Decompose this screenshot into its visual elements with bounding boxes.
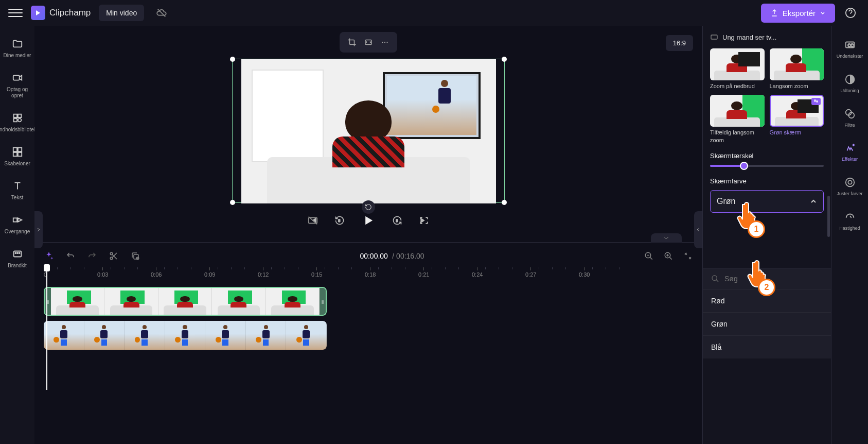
threshold-slider-thumb[interactable] [740,162,748,170]
svg-point-41 [845,178,854,187]
filters-icon [843,107,857,121]
track-clip-greenscreen[interactable]: || || [44,287,327,316]
video-frame [241,59,496,203]
play-button[interactable] [360,212,377,229]
zoom-out-button[interactable] [643,250,655,262]
svg-point-14 [17,252,18,253]
fit-button[interactable] [362,36,375,48]
clip-trim-handle-right[interactable]: || [320,288,326,315]
sidebar-item-transitions[interactable]: Overgange [2,209,33,239]
expand-left-panel-button[interactable] [34,211,43,248]
sync-status-icon [152,4,171,22]
svg-point-34 [817,101,818,103]
resize-handle-tr[interactable] [502,57,507,62]
fullscreen-button[interactable] [418,214,430,227]
undo-button[interactable] [64,250,77,262]
color-search[interactable] [703,268,831,289]
collapse-preview-button[interactable] [651,233,682,243]
zoom-fit-button[interactable] [682,250,694,262]
help-button[interactable] [841,4,860,22]
menu-button[interactable] [8,6,23,20]
resize-handle-tl[interactable] [230,57,235,62]
effects-icon [843,141,857,155]
threshold-label: Skærmtærskel [710,152,824,160]
text-icon [11,179,24,193]
redo-button[interactable] [86,250,98,262]
threshold-slider[interactable] [710,165,824,167]
more-options-button[interactable] [379,36,391,48]
subtitles-icon: CC [843,38,857,52]
color-option-red[interactable]: Rød [703,289,831,312]
hide-preview-button[interactable] [307,214,319,227]
svg-rect-9 [13,152,16,156]
rsb-effects[interactable]: Effekter [832,136,867,167]
svg-point-24 [110,252,113,255]
zoom-in-button[interactable] [662,250,675,262]
effect-green-screen[interactable]: Grøn skærm [770,95,824,144]
svg-rect-4 [17,114,21,117]
sidebar-item-content-library[interactable]: Indholdsbibliotek [2,107,33,137]
ai-sparkle-button[interactable] [43,250,55,262]
expand-right-panel-button[interactable] [694,211,702,248]
playhead[interactable] [44,264,50,271]
project-name-input[interactable]: Min video [99,5,144,21]
timeline-tracks: || || [34,282,702,355]
panel-scrollbar[interactable] [827,196,830,237]
effect-random-slow-zoom[interactable]: Tilfældig langsom zoom [710,95,765,144]
svg-rect-5 [13,118,16,122]
library-icon [11,111,24,125]
svg-rect-3 [13,114,16,117]
effect-slow-zoom[interactable]: Langsom zoom [770,48,824,90]
effect-crash-zoom[interactable]: Zoom på nedbrud [710,48,765,90]
sidebar-item-record-create[interactable]: Optag og opret [2,67,33,103]
color-option-blue[interactable]: Blå [703,335,831,358]
clipchamp-logo-icon [31,6,45,20]
svg-text:5: 5 [339,219,341,223]
svg-rect-8 [17,148,21,151]
crop-button[interactable] [346,36,358,48]
sidebar-item-brandkit[interactable]: Brandkit [2,243,33,273]
split-button[interactable] [108,250,120,262]
resize-handle-bl[interactable] [230,200,235,205]
rewind-5s-button[interactable]: 5 [333,214,346,227]
svg-point-17 [382,42,383,43]
sidebar-item-your-media[interactable]: Dine medier [2,33,33,63]
panel-header: Ung mand ser tv... [710,33,824,41]
forward-5s-button[interactable]: 5 [391,214,403,227]
track-clip-basketball[interactable] [44,321,327,350]
svg-point-42 [848,181,852,184]
speed-icon [843,210,857,224]
rsb-fade[interactable]: Udtoning [832,67,867,99]
clip-trim-handle-left[interactable]: || [45,288,51,315]
svg-point-19 [386,42,387,43]
folder-icon [11,37,24,50]
svg-text:CC: CC [847,43,854,48]
time-display: 00:00.00 / 00:16.00 [360,252,424,260]
svg-point-25 [110,257,113,260]
color-option-green[interactable]: Grøn [703,312,831,335]
color-search-input[interactable] [724,275,831,283]
app-name: Clipchamp [49,8,91,18]
preview-canvas[interactable] [232,59,505,203]
rsb-subtitles[interactable]: CC Undertekster [832,33,867,64]
rsb-filters[interactable]: Filtre [832,102,867,133]
aspect-ratio-selector[interactable]: 16:9 [666,35,693,51]
sidebar-item-templates[interactable]: Skabeloner [2,141,33,171]
clip-icon [710,33,718,41]
rsb-speed[interactable]: Hastighed [832,205,867,236]
svg-rect-10 [17,152,21,156]
svg-point-15 [19,252,20,253]
svg-text:5: 5 [396,219,398,223]
resize-handle-br[interactable] [502,200,507,205]
sidebar-item-text[interactable]: Tekst [2,175,33,205]
screen-color-dropdown[interactable]: Grøn [710,190,824,213]
export-button[interactable]: Eksportér [761,4,835,23]
timeline-area: 00:00.00 / 00:16.00 00:030:060:090:120:1… [34,242,702,444]
svg-point-35 [712,276,717,280]
copy-button[interactable] [129,250,141,262]
svg-rect-11 [13,218,16,221]
rsb-adjust-colors[interactable]: Juster farver [832,170,867,202]
templates-icon [11,145,24,159]
timeline-ruler[interactable]: 00:030:060:090:120:150:180:210:240:270:3… [34,267,702,282]
timeline-toolbar: 00:00.00 / 00:16.00 [34,247,702,267]
